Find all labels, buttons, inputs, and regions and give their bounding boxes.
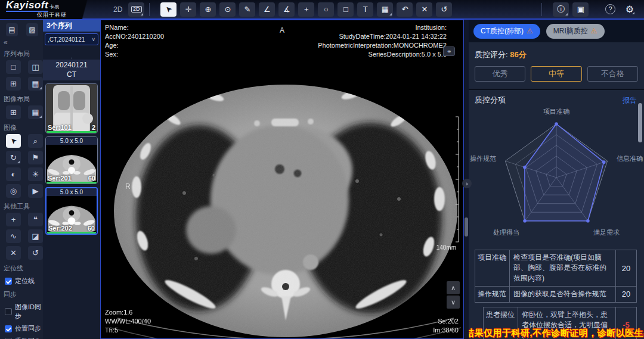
gutter-scrollbar-thumb[interactable]: [465, 217, 468, 237]
patient-sex: Sex:: [105, 50, 164, 59]
grade-fail-button[interactable]: 不合格: [587, 66, 638, 82]
thumb-series-desc: 5.0 x 5.0: [46, 137, 97, 145]
brightness-button[interactable]: ☀: [28, 167, 43, 181]
toolbar-right-tools: ⓘ▣: [553, 2, 589, 17]
undo-button[interactable]: ↶: [397, 2, 413, 17]
cobb-angle-icon: ∡: [283, 5, 290, 13]
sync-item-1[interactable]: 位置同步: [0, 322, 43, 335]
qc-scrollbar-thumb[interactable]: [638, 103, 642, 142]
rotate-button[interactable]: ↻: [6, 151, 21, 164]
grade-excellent-button[interactable]: 优秀: [475, 66, 525, 82]
undo-icon: ↶: [401, 5, 408, 13]
link-series-button[interactable]: ⚭: [443, 46, 455, 56]
sync-checkbox[interactable]: [5, 308, 12, 315]
image-2x2-button[interactable]: ⊞: [6, 105, 21, 119]
zoom-in-button[interactable]: ⊕: [200, 2, 216, 17]
magnify-icon: ⌕: [33, 137, 38, 145]
angle-button[interactable]: ∠: [259, 2, 275, 17]
radar-chart: 项目准确信息准确满足需求处理得当操作规范: [469, 108, 643, 247]
text-annotation-button[interactable]: T: [357, 2, 373, 17]
series-1x1-button[interactable]: □: [6, 60, 21, 74]
report-info-button[interactable]: ⓘ: [553, 2, 569, 17]
grade-medium-button[interactable]: 中等: [531, 66, 581, 82]
series-3x3-icon: ▦: [32, 80, 39, 88]
flag-icon: ⚑: [32, 154, 39, 161]
view-2d-button[interactable]: 2D: [128, 2, 144, 17]
toolbar-separator-2: [541, 3, 542, 16]
invert-button[interactable]: ◐: [6, 167, 21, 181]
layout-grid-icon: ▦: [382, 5, 389, 13]
close-button[interactable]: ✕: [6, 246, 21, 260]
report-link[interactable]: 报告: [623, 95, 637, 105]
thumb-count: 60: [88, 225, 95, 232]
qc-score-row: 质控评分: 86分: [469, 42, 644, 60]
rect-roi-button[interactable]: □: [338, 2, 354, 17]
slice-scroll-buttons: ∧ ∨: [447, 281, 460, 309]
study-photometric: PhotometricInterpretation:MONOCHROME2: [318, 41, 447, 50]
qc-row-name: 操作规范: [475, 287, 510, 301]
measure-line-button[interactable]: ✎: [239, 2, 255, 17]
ellipse-roi-button[interactable]: ○: [318, 2, 334, 17]
cobb-angle-button[interactable]: ∡: [278, 2, 295, 17]
series-panel: 3个序列 ,CT,20240121 ∨ . 20240121 CT Ser:10…: [43, 20, 100, 339]
eraser-button[interactable]: ◪: [28, 229, 43, 243]
sync-item-0[interactable]: 图像ID同步: [0, 301, 43, 322]
series-thumbnail-201[interactable]: 5.0 x 5.0 Ser:201 60: [45, 136, 98, 184]
sync-item-2[interactable]: 手动同步: [0, 335, 43, 339]
cursor-icon: ➤: [8, 136, 18, 146]
cursor-button[interactable]: ➤: [6, 134, 21, 148]
settings-button[interactable]: ⚙: [624, 4, 636, 15]
cursor-button[interactable]: ➤: [160, 2, 177, 17]
scroll-up-button[interactable]: ∧: [447, 281, 460, 294]
study-select-dropdown[interactable]: ,CT,20240121 ∨: [45, 33, 98, 45]
window-level-button[interactable]: ⊙: [219, 2, 236, 17]
series-thumbnail-202[interactable]: 5.0 x 5.0 Ser:202 60: [45, 187, 98, 235]
hanging-protocol-button[interactable]: ▨: [26, 23, 38, 36]
add-button[interactable]: +: [6, 213, 21, 226]
sidebar-collapse-button[interactable]: «: [0, 38, 43, 46]
thumb-series-desc: 5.0 x 5.0: [47, 188, 97, 196]
series-group-date: 20240121: [43, 61, 100, 70]
series-2x2-button[interactable]: ⊞: [6, 77, 21, 91]
radar-data-point: [523, 166, 527, 169]
link-icon: ⚭: [447, 48, 451, 55]
flag-button[interactable]: ⚑: [28, 151, 43, 164]
locator-item-0[interactable]: 定位线: [0, 275, 43, 287]
curve-button[interactable]: ∿: [6, 229, 21, 243]
target-button[interactable]: ◎: [6, 184, 21, 198]
save-button[interactable]: ▣: [572, 2, 589, 17]
radar-data-point: [602, 160, 606, 164]
locator-checkbox[interactable]: [5, 278, 12, 285]
scroll-down-button[interactable]: ∨: [447, 296, 460, 309]
sync-checkbox[interactable]: [5, 325, 12, 332]
study-datetime: StudyDateTime:2024-01-21 14:32:22: [318, 32, 447, 41]
worklist-button[interactable]: ▤: [6, 23, 18, 36]
probe-icon: +: [304, 5, 309, 13]
series-thumbnail-101[interactable]: Ser:101 2: [45, 83, 98, 133]
qc-panel-toggle[interactable]: ›: [462, 179, 472, 188]
tab-ct-qc[interactable]: CT质控(肺部) ⚠: [473, 24, 540, 39]
worklist-icon: ▤: [8, 26, 15, 33]
main-image-viewport[interactable]: PName: AccNO:2401210200 Age: Sex: Instit…: [100, 20, 464, 339]
layout-grid-button[interactable]: ▦: [377, 2, 393, 17]
restore-button[interactable]: ↺: [28, 246, 43, 260]
magnify-button[interactable]: ⌕: [28, 134, 43, 148]
pan-button[interactable]: ✛: [180, 2, 196, 17]
image-2x2-icon: ⊞: [10, 108, 17, 116]
thumb-count: 60: [88, 175, 95, 182]
series-1x2-button[interactable]: ◫: [28, 60, 43, 74]
other-tools-buttons: +❝∿◪✕↺: [0, 213, 43, 261]
ct-axial-image: [101, 20, 463, 338]
series-3x3-button[interactable]: ▦: [28, 77, 43, 91]
eraser-icon: ◪: [32, 232, 39, 240]
cine-play-button[interactable]: ▶: [28, 184, 43, 198]
reset-button[interactable]: ↺: [436, 2, 452, 17]
probe-button[interactable]: +: [298, 2, 314, 17]
tab-mri-qc[interactable]: MRI脑质控 ⚠: [546, 24, 605, 39]
delete-annotation-button[interactable]: ✕: [416, 2, 432, 17]
comment-button[interactable]: ❝: [28, 213, 43, 226]
help-button[interactable]: ?: [605, 4, 615, 14]
comment-icon: ❝: [33, 216, 38, 223]
series-layout-label: 序列布局: [0, 46, 43, 60]
image-3x3-button[interactable]: ▦: [28, 105, 43, 119]
